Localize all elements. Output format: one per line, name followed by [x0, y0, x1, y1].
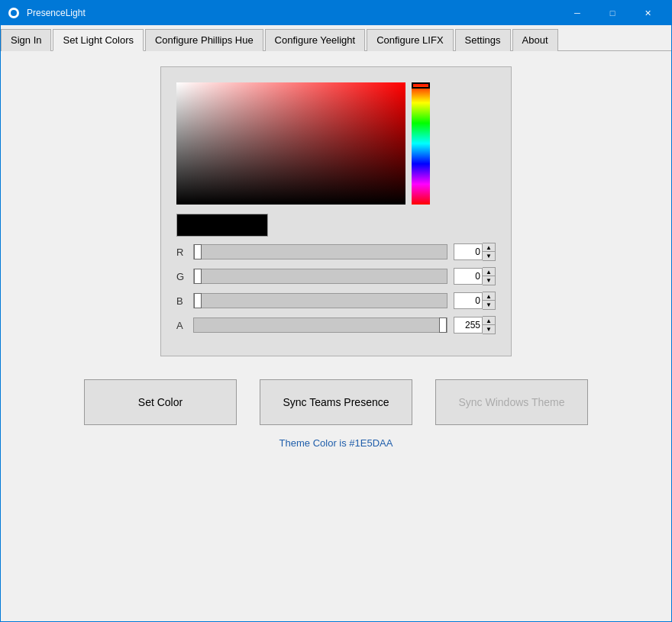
- window-controls: ─ □ ✕: [560, 1, 665, 25]
- a-decrement[interactable]: ▼: [483, 325, 495, 334]
- b-decrement[interactable]: ▼: [483, 301, 495, 309]
- tab-about[interactable]: About: [512, 29, 558, 51]
- r-slider[interactable]: [193, 244, 447, 259]
- r-increment[interactable]: ▲: [483, 243, 495, 252]
- maximize-button[interactable]: □: [595, 1, 630, 25]
- tab-configure-lifx[interactable]: Configure LIFX: [367, 29, 453, 51]
- g-input[interactable]: [454, 268, 483, 285]
- sync-windows-button[interactable]: Sync Windows Theme: [435, 379, 588, 425]
- g-slider-row: G ▲ ▼: [176, 267, 496, 285]
- a-spinner-buttons: ▲ ▼: [483, 316, 496, 334]
- a-spinner: ▲ ▼: [454, 316, 496, 334]
- b-slider-row: B ▲ ▼: [176, 292, 496, 310]
- b-label: B: [176, 295, 187, 307]
- b-input[interactable]: [454, 292, 483, 309]
- tab-configure-yeelight[interactable]: Configure Yeelight: [265, 29, 366, 51]
- close-button[interactable]: ✕: [630, 1, 665, 25]
- a-label: A: [176, 320, 187, 331]
- g-increment[interactable]: ▲: [483, 268, 495, 276]
- main-content: R ▲ ▼ G: [1, 51, 671, 621]
- a-slider-row: A ▲ ▼: [176, 316, 496, 334]
- color-gradient[interactable]: [176, 82, 405, 205]
- color-picker-panel: R ▲ ▼ G: [160, 66, 512, 356]
- tab-set-light-colors[interactable]: Set Light Colors: [53, 29, 144, 51]
- b-slider[interactable]: [193, 293, 447, 308]
- tab-bar: Sign In Set Light Colors Configure Phill…: [1, 25, 671, 51]
- r-decrement[interactable]: ▼: [483, 252, 495, 260]
- b-spinner: ▲ ▼: [454, 292, 496, 310]
- tab-sign-in[interactable]: Sign In: [1, 29, 51, 51]
- r-spinner-buttons: ▲ ▼: [483, 243, 496, 261]
- app-window: PresenceLight ─ □ ✕ Sign In Set Light Co…: [0, 0, 672, 622]
- g-spinner: ▲ ▼: [454, 267, 496, 285]
- set-color-button[interactable]: Set Color: [84, 379, 237, 425]
- g-label: G: [176, 271, 187, 282]
- bottom-buttons: Set Color Sync Teams Presence Sync Windo…: [84, 379, 588, 425]
- color-preview-row: [176, 214, 496, 237]
- color-picker-top: [176, 82, 496, 205]
- g-slider[interactable]: [193, 269, 447, 284]
- r-spinner: ▲ ▼: [454, 243, 496, 261]
- app-icon: [7, 6, 21, 20]
- spectrum-thumb: [412, 82, 430, 89]
- b-spinner-buttons: ▲ ▼: [483, 292, 496, 310]
- g-spinner-buttons: ▲ ▼: [483, 267, 496, 285]
- tab-settings[interactable]: Settings: [455, 29, 511, 51]
- a-slider[interactable]: [193, 317, 447, 333]
- gradient-dark: [176, 82, 405, 205]
- rgb-sliders: R ▲ ▼ G: [176, 243, 496, 334]
- minimize-button[interactable]: ─: [560, 1, 595, 25]
- a-increment[interactable]: ▲: [483, 317, 495, 325]
- g-decrement[interactable]: ▼: [483, 276, 495, 285]
- b-increment[interactable]: ▲: [483, 292, 495, 301]
- r-slider-row: R ▲ ▼: [176, 243, 496, 261]
- tab-configure-phillips-hue[interactable]: Configure Phillips Hue: [145, 29, 263, 51]
- title-bar: PresenceLight ─ □ ✕: [1, 1, 671, 25]
- color-spectrum[interactable]: [412, 82, 430, 205]
- r-input[interactable]: [454, 243, 483, 260]
- theme-color-text: Theme Color is #1E5DAA: [279, 437, 393, 449]
- svg-point-1: [11, 10, 17, 16]
- a-input[interactable]: [454, 317, 483, 334]
- color-preview-box: [176, 214, 268, 237]
- sync-teams-button[interactable]: Sync Teams Presence: [260, 379, 412, 425]
- r-label: R: [176, 247, 187, 258]
- window-title: PresenceLight: [27, 8, 560, 18]
